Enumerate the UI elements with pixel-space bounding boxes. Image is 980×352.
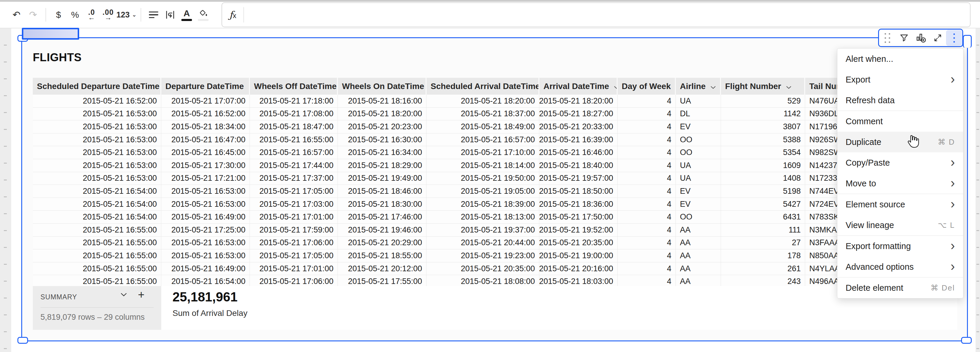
table-cell[interactable]: 2015-05-21 17:06:00 <box>250 237 338 250</box>
table-cell[interactable]: 2015-05-21 16:54:00 <box>33 211 161 223</box>
table-cell[interactable]: 2015-05-21 17:25:00 <box>161 224 250 236</box>
table-cell[interactable]: 2015-05-21 18:39:00 <box>426 198 539 211</box>
menu-item-export[interactable]: Export› <box>837 69 963 90</box>
table-cell[interactable]: 2015-05-21 16:34:00 <box>338 146 426 159</box>
table-cell[interactable]: 2015-05-21 16:49:00 <box>161 211 250 223</box>
table-cell[interactable]: 2015-05-21 20:35:00 <box>539 237 617 250</box>
text-color-button[interactable]: A <box>178 6 195 24</box>
table-cell[interactable]: 2015-05-21 18:40:00 <box>539 159 617 172</box>
table-cell[interactable]: 2015-05-21 18:34:00 <box>161 120 250 133</box>
menu-item-alert-when[interactable]: Alert when... <box>837 48 963 69</box>
table-cell[interactable]: 4 <box>617 211 676 223</box>
table-cell[interactable]: AA <box>676 275 721 286</box>
table-cell[interactable]: 2015-05-21 16:55:00 <box>33 262 161 275</box>
table-cell[interactable]: 2015-05-21 16:53:00 <box>33 172 161 185</box>
menu-item-duplicate[interactable]: Duplicate⌘ D <box>837 132 963 152</box>
table-cell[interactable]: 2015-05-21 19:23:00 <box>426 250 539 262</box>
table-cell[interactable]: EV <box>676 198 721 211</box>
element-drag-tab[interactable] <box>22 28 79 40</box>
table-cell[interactable]: 2015-05-21 17:18:00 <box>250 94 338 107</box>
table-cell[interactable]: 2015-05-21 17:01:00 <box>250 211 338 223</box>
table-cell[interactable]: 1142 <box>721 108 805 120</box>
formula-bar[interactable]: ƒx <box>221 2 970 27</box>
table-cell[interactable]: 5354 <box>721 146 805 159</box>
summary-panel[interactable]: SUMMARY + 5,819,079 rows – 29 columns <box>33 286 161 330</box>
table-cell[interactable]: 2015-05-21 17:07:00 <box>161 94 250 107</box>
maximize-button[interactable] <box>929 30 946 46</box>
filter-button[interactable] <box>896 30 913 46</box>
column-chevron-down-icon[interactable] <box>614 82 617 91</box>
table-cell[interactable]: 2015-05-21 19:46:00 <box>338 224 426 236</box>
table-cell[interactable]: 2015-05-21 20:29:00 <box>338 237 426 250</box>
table-cell[interactable]: 4 <box>617 262 676 275</box>
table-cell[interactable]: 2015-05-21 16:53:00 <box>161 250 250 262</box>
table-cell[interactable]: 2015-05-21 16:53:00 <box>33 146 161 159</box>
table-cell[interactable]: 2015-05-21 16:39:00 <box>539 133 617 146</box>
table-cell[interactable]: 261 <box>721 262 805 275</box>
column-header-scheduled-arrival-datetime[interactable]: Scheduled Arrival DateTime <box>426 78 539 94</box>
wrap-text-button[interactable] <box>162 6 178 24</box>
menu-item-delete-element[interactable]: Delete element⌘ Del <box>837 277 963 298</box>
table-cell[interactable]: 2015-05-21 18:27:00 <box>539 108 617 120</box>
table-cell[interactable]: 2015-05-21 18:36:00 <box>539 198 617 211</box>
table-cell[interactable]: 2015-05-21 17:37:00 <box>250 172 338 185</box>
table-cell[interactable]: 2015-05-21 18:46:00 <box>338 185 426 198</box>
table-cell[interactable]: 2015-05-21 18:13:00 <box>426 211 539 223</box>
column-header-wheels-on-datetime[interactable]: Wheels On DateTime <box>338 78 426 94</box>
table-cell[interactable]: 6431 <box>721 211 805 223</box>
element-more-menu-button[interactable] <box>946 30 962 46</box>
table-cell[interactable]: 2015-05-21 17:55:00 <box>338 275 426 286</box>
table-cell[interactable]: 4 <box>617 133 676 146</box>
table-cell[interactable]: 2015-05-21 16:52:00 <box>161 108 250 120</box>
table-cell[interactable]: 5388 <box>721 133 805 146</box>
table-cell[interactable]: 2015-05-21 16:55:00 <box>33 237 161 250</box>
table-cell[interactable]: 4 <box>617 198 676 211</box>
table-cell[interactable]: 2015-05-21 17:46:00 <box>338 211 426 223</box>
table-cell[interactable]: 2015-05-21 18:20:00 <box>539 94 617 107</box>
table-cell[interactable]: 2015-05-21 20:44:00 <box>426 237 539 250</box>
table-cell[interactable]: 4 <box>617 185 676 198</box>
table-cell[interactable]: AA <box>676 224 721 236</box>
table-cell[interactable]: 2015-05-21 19:52:00 <box>539 224 617 236</box>
table-cell[interactable]: 2015-05-21 16:52:00 <box>33 94 161 107</box>
table-cell[interactable]: 2015-05-21 16:53:00 <box>161 237 250 250</box>
table-cell[interactable]: 2015-05-21 17:44:00 <box>250 159 338 172</box>
table-cell[interactable]: 2015-05-21 16:54:00 <box>33 185 161 198</box>
table-cell[interactable]: 2015-05-21 16:53:00 <box>161 198 250 211</box>
table-cell[interactable]: 2015-05-21 17:05:00 <box>250 185 338 198</box>
create-child-element-button[interactable] <box>913 30 929 46</box>
table-cell[interactable]: 2015-05-21 17:08:00 <box>250 108 338 120</box>
table-cell[interactable]: 2015-05-21 16:45:00 <box>161 146 250 159</box>
table-cell[interactable]: 1609 <box>721 159 805 172</box>
table-cell[interactable]: OO <box>676 211 721 223</box>
table-cell[interactable]: 2015-05-21 17:59:00 <box>250 224 338 236</box>
summary-metric-value[interactable]: 25,181,961 <box>172 290 237 304</box>
increase-decimal-button[interactable]: .00 → <box>100 6 116 24</box>
table-cell[interactable]: 2015-05-21 17:03:00 <box>250 198 338 211</box>
element-title[interactable]: FLIGHTS <box>33 51 81 64</box>
summary-chevron-down-icon[interactable] <box>120 293 127 297</box>
table-cell[interactable]: 2015-05-21 17:21:00 <box>161 172 250 185</box>
redo-button[interactable]: ↷ <box>25 6 41 24</box>
table-cell[interactable]: 2015-05-21 16:53:00 <box>33 108 161 120</box>
column-header-scheduled-departure-datetime[interactable]: Scheduled Departure DateTime <box>33 78 161 94</box>
table-cell[interactable]: AA <box>676 250 721 262</box>
table-cell[interactable]: OO <box>676 146 721 159</box>
table-cell[interactable]: UA <box>676 172 721 185</box>
currency-format-button[interactable]: $ <box>50 6 67 24</box>
table-cell[interactable]: 2015-05-21 20:33:00 <box>539 120 617 133</box>
column-chevron-down-icon[interactable] <box>786 82 792 91</box>
table-cell[interactable]: 2015-05-21 18:37:00 <box>426 108 539 120</box>
table-cell[interactable]: 2015-05-21 17:06:00 <box>250 275 338 286</box>
resize-handle-bottom-left[interactable] <box>18 337 28 344</box>
table-cell[interactable]: 27 <box>721 237 805 250</box>
table-cell[interactable]: 4 <box>617 120 676 133</box>
table-cell[interactable]: 2015-05-21 20:35:00 <box>426 262 539 275</box>
table-cell[interactable]: 4 <box>617 108 676 120</box>
table-cell[interactable]: 2015-05-21 16:55:00 <box>33 250 161 262</box>
column-header-day-of-week[interactable]: Day of Week <box>617 78 676 94</box>
table-cell[interactable]: 2015-05-21 16:55:00 <box>33 275 161 286</box>
table-cell[interactable]: 2015-05-21 16:53:00 <box>33 133 161 146</box>
undo-button[interactable]: ↶ <box>8 6 25 24</box>
element-drag-handle[interactable] <box>879 30 896 46</box>
